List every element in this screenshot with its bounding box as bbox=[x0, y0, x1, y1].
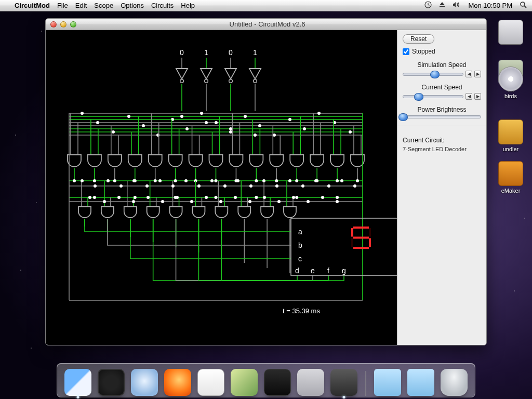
stopped-row[interactable]: Stopped bbox=[403, 48, 481, 55]
dock-circuitmod[interactable] bbox=[330, 369, 357, 396]
svg-point-39 bbox=[174, 179, 177, 182]
cur-speed-left[interactable]: ◀ bbox=[466, 93, 472, 100]
cur-speed-right[interactable]: ▶ bbox=[474, 93, 481, 100]
svg-point-49 bbox=[295, 196, 298, 199]
svg-text:0: 0 bbox=[229, 48, 233, 57]
svg-text:d: d bbox=[295, 267, 299, 275]
svg-point-104 bbox=[263, 196, 266, 199]
svg-line-3 bbox=[524, 6, 526, 8]
menu-options[interactable]: Options bbox=[121, 2, 144, 9]
svg-point-98 bbox=[176, 196, 179, 199]
dock-trash[interactable] bbox=[441, 369, 468, 396]
dock-textedit[interactable] bbox=[197, 369, 224, 396]
svg-point-99 bbox=[190, 200, 193, 203]
menu-scope[interactable]: Scope bbox=[94, 2, 113, 9]
svg-text:a: a bbox=[298, 228, 302, 236]
svg-point-28 bbox=[303, 127, 306, 130]
close-button[interactable] bbox=[50, 21, 57, 28]
svg-point-83 bbox=[249, 184, 252, 188]
svg-text:e: e bbox=[311, 267, 315, 275]
svg-point-75 bbox=[145, 184, 149, 188]
svg-point-34 bbox=[93, 196, 96, 199]
svg-rect-62 bbox=[353, 227, 369, 229]
svg-point-95 bbox=[132, 200, 135, 203]
menu-file[interactable]: File bbox=[57, 2, 68, 9]
svg-point-31 bbox=[349, 130, 352, 134]
sim-speed-label: Simulation Speed bbox=[403, 61, 481, 69]
current-circuit-name: 7-Segment LED Decoder bbox=[403, 146, 481, 152]
sim-speed-slider[interactable] bbox=[403, 73, 463, 76]
svg-point-106 bbox=[292, 196, 295, 199]
sim-speed-left[interactable]: ◀ bbox=[466, 71, 472, 77]
desktop-icon-hd[interactable] bbox=[495, 20, 527, 46]
window-title: Untitled - CircuitMod v2.6 bbox=[76, 20, 486, 28]
app-menu[interactable]: CircuitMod bbox=[15, 2, 50, 9]
svg-point-33 bbox=[93, 179, 96, 182]
dock-firefox[interactable] bbox=[164, 369, 191, 396]
svg-point-94 bbox=[117, 196, 121, 199]
power-slider[interactable] bbox=[403, 115, 481, 118]
titlebar[interactable]: Untitled - CircuitMod v2.6 bbox=[46, 19, 486, 30]
dock-safari[interactable] bbox=[131, 369, 158, 396]
desktop-icon-3[interactable]: undler bbox=[495, 119, 527, 152]
svg-text:f: f bbox=[327, 267, 329, 275]
svg-point-35 bbox=[113, 179, 116, 182]
svg-text:1: 1 bbox=[204, 48, 208, 57]
time-machine-icon[interactable] bbox=[424, 1, 432, 10]
svg-point-108 bbox=[321, 196, 324, 199]
svg-point-14 bbox=[96, 121, 99, 124]
dock-dashboard[interactable] bbox=[98, 369, 125, 396]
svg-point-10 bbox=[205, 121, 208, 124]
svg-point-97 bbox=[161, 200, 164, 203]
dock-applications-folder[interactable] bbox=[374, 369, 401, 396]
menu-circuits[interactable]: Circuits bbox=[151, 2, 174, 9]
svg-point-84 bbox=[262, 179, 265, 182]
current-circuit-heading: Current Circuit: bbox=[403, 137, 481, 144]
svg-point-23 bbox=[229, 130, 232, 134]
svg-point-88 bbox=[314, 179, 317, 182]
svg-point-12 bbox=[254, 134, 257, 137]
cur-speed-slider[interactable] bbox=[403, 95, 463, 98]
svg-point-91 bbox=[353, 184, 356, 188]
cur-speed-label: Current Speed bbox=[403, 84, 481, 91]
stopped-checkbox[interactable] bbox=[403, 48, 409, 55]
menu-edit[interactable]: Edit bbox=[75, 2, 87, 9]
dock-finder[interactable] bbox=[64, 369, 91, 396]
svg-rect-64 bbox=[369, 228, 371, 237]
sim-speed-right[interactable]: ▶ bbox=[474, 71, 481, 77]
menubar-clock[interactable]: Mon 10:50 PM bbox=[468, 2, 512, 9]
dock-sysprefs[interactable] bbox=[297, 369, 324, 396]
svg-point-21 bbox=[200, 112, 203, 115]
svg-point-100 bbox=[205, 196, 208, 199]
reset-button[interactable]: Reset bbox=[403, 34, 434, 44]
svg-point-80 bbox=[210, 179, 214, 182]
minimize-button[interactable] bbox=[60, 21, 66, 28]
volume-icon[interactable] bbox=[453, 2, 461, 9]
zoom-button[interactable] bbox=[70, 21, 76, 28]
svg-point-73 bbox=[119, 184, 123, 188]
spotlight-icon[interactable] bbox=[520, 1, 527, 10]
svg-point-101 bbox=[219, 200, 222, 203]
svg-text:t = 35.39 ms: t = 35.39 ms bbox=[283, 307, 320, 315]
circuit-canvas[interactable]: 0101abcdefgt = 35.39 ms bbox=[46, 30, 397, 345]
menu-help[interactable]: Help bbox=[181, 2, 195, 9]
eject-icon[interactable] bbox=[439, 2, 445, 9]
dock-app-green[interactable] bbox=[231, 369, 258, 396]
side-panel: Reset Stopped Simulation Speed ◀ ▶ Curre… bbox=[397, 30, 486, 345]
svg-point-90 bbox=[340, 179, 343, 182]
svg-rect-68 bbox=[353, 247, 369, 249]
dock-terminal[interactable] bbox=[264, 369, 291, 396]
desktop-icon-4[interactable]: eMaker bbox=[495, 161, 527, 194]
desktop-icon-4-label: eMaker bbox=[495, 188, 527, 194]
svg-point-76 bbox=[158, 179, 162, 182]
dock-documents-folder[interactable] bbox=[407, 369, 434, 396]
svg-point-74 bbox=[132, 179, 136, 182]
svg-point-11 bbox=[229, 127, 232, 130]
svg-rect-65 bbox=[353, 237, 369, 239]
desktop-icon-disc[interactable]: birds bbox=[495, 66, 527, 99]
svg-point-85 bbox=[275, 184, 278, 188]
svg-point-86 bbox=[288, 179, 291, 182]
svg-point-17 bbox=[142, 124, 145, 127]
svg-point-71 bbox=[94, 184, 97, 188]
svg-point-32 bbox=[73, 179, 76, 182]
